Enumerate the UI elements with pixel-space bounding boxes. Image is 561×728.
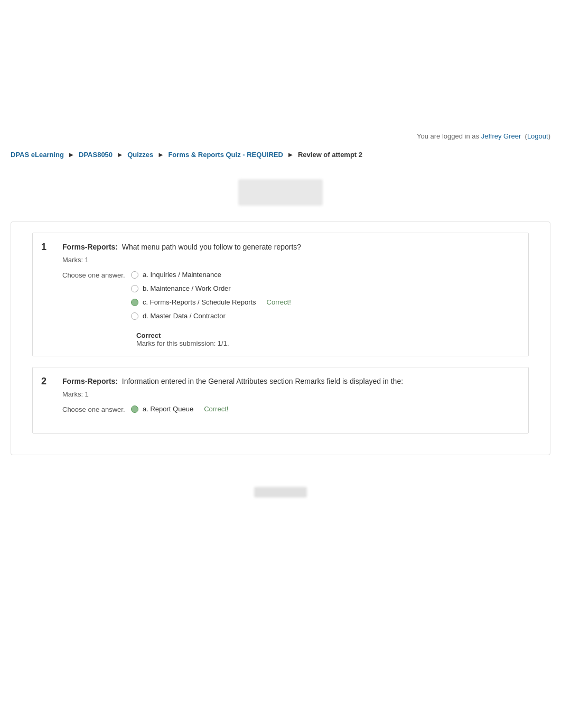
question-2-body: Information entered in the General Attri… <box>122 377 403 385</box>
question-2-marks: Marks: 1 <box>41 390 520 398</box>
breadcrumb-sep-1: ► <box>117 151 125 159</box>
question-1-option-a: a. Inquiries / Maintenance <box>131 270 520 280</box>
header-image-blurred <box>238 179 323 206</box>
option-1-a-label: a. Inquiries / Maintenance <box>143 270 221 280</box>
question-block-1: 1 Forms-Reports: What menu path would yo… <box>32 233 529 357</box>
logout-link[interactable]: Logout <box>527 132 548 140</box>
page-bottom <box>0 476 561 508</box>
radio-1-c <box>131 299 138 306</box>
question-1-marks: Marks: 1 <box>41 256 520 264</box>
question-1-answer-section: Choose one answer. a. Inquiries / Mainte… <box>41 270 520 326</box>
breadcrumb-item-1[interactable]: DPAS8050 <box>79 151 113 159</box>
question-2-topic: Forms-Reports: <box>62 377 118 385</box>
question-2-option-a: a. Report Queue Correct! <box>131 404 520 414</box>
header-image-area <box>11 169 550 216</box>
question-1-option-d: d. Master Data / Contractor <box>131 311 520 321</box>
option-1-c-label: c. Forms-Reports / Schedule Reports <box>143 298 256 307</box>
radio-1-a <box>131 271 138 279</box>
question-1-topic: Forms-Reports: <box>62 243 118 251</box>
breadcrumb-item-2[interactable]: Quizzes <box>127 151 153 159</box>
question-1-option-b: b. Maintenance / Work Order <box>131 284 520 293</box>
radio-1-d <box>131 312 138 320</box>
question-1-options: a. Inquiries / Maintenance b. Maintenanc… <box>131 270 520 326</box>
footer-blurred <box>254 487 307 497</box>
question-2-header: 2 Forms-Reports: Information entered in … <box>41 376 520 387</box>
breadcrumb-item-3[interactable]: Forms & Reports Quiz - REQUIRED <box>168 151 283 159</box>
radio-1-b <box>131 285 138 292</box>
top-bar: You are logged in as Jeffrey Greer ( Log… <box>0 127 561 145</box>
breadcrumb: DPAS eLearning ► DPAS8050 ► Quizzes ► Fo… <box>0 145 561 169</box>
option-1-d-label: d. Master Data / Contractor <box>143 311 226 321</box>
question-1-header: 1 Forms-Reports: What menu path would yo… <box>41 242 520 253</box>
question-2-options: a. Report Queue Correct! <box>131 404 520 418</box>
question-1-text: Forms-Reports: What menu path would you … <box>62 242 301 253</box>
question-block-2: 2 Forms-Reports: Information entered in … <box>32 367 529 434</box>
breadcrumb-item-0[interactable]: DPAS eLearning <box>11 151 64 159</box>
logout-parens-close: ) <box>548 132 550 140</box>
logged-in-text: You are logged in as <box>417 132 479 140</box>
question-1-instruction: Choose one answer. <box>62 270 131 326</box>
question-1-feedback: Correct Marks for this submission: 1/1. <box>41 331 520 347</box>
question-2-correct-indicator: Correct! <box>204 404 228 414</box>
breadcrumb-sep-2: ► <box>157 151 166 159</box>
breadcrumb-sep-3: ► <box>287 151 295 159</box>
question-1-feedback-marks: Marks for this submission: 1/1. <box>136 339 520 347</box>
question-2-number: 2 <box>41 376 62 387</box>
breadcrumb-sep-0: ► <box>68 151 77 159</box>
question-1-body: What menu path would you follow to gener… <box>122 243 301 251</box>
question-2-text: Forms-Reports: Information entered in th… <box>62 376 403 387</box>
option-2-a-label: a. Report Queue <box>143 404 193 414</box>
breadcrumb-item-4: Review of attempt 2 <box>298 151 362 159</box>
radio-2-a <box>131 406 138 413</box>
question-1-number: 1 <box>41 242 62 253</box>
question-1-correct-indicator: Correct! <box>267 298 291 307</box>
user-name-link[interactable]: Jeffrey Greer <box>481 132 521 140</box>
main-content: 1 Forms-Reports: What menu path would yo… <box>11 222 550 456</box>
question-2-answer-section: Choose one answer. a. Report Queue Corre… <box>41 404 520 418</box>
question-1-option-c: c. Forms-Reports / Schedule Reports Corr… <box>131 298 520 307</box>
question-2-instruction: Choose one answer. <box>62 404 131 418</box>
option-1-b-label: b. Maintenance / Work Order <box>143 284 231 293</box>
question-1-feedback-correct: Correct <box>136 331 520 339</box>
